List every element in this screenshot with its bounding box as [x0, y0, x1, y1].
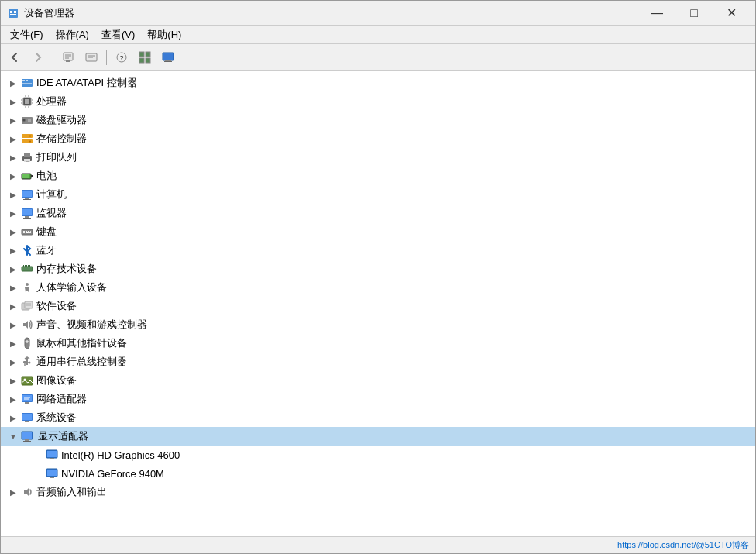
tree-item-software[interactable]: ▶ 软件设备	[1, 297, 755, 315]
svg-point-73	[26, 283, 29, 286]
mouse-label: 鼠标和其他指针设备	[36, 336, 127, 350]
content-area: ▶ IDE ATA/ATAPI 控制器 ▶	[1, 71, 755, 536]
cpu-label: 处理器	[36, 95, 67, 108]
svg-rect-49	[31, 175, 33, 177]
svg-rect-100	[47, 451, 57, 457]
back-button[interactable]	[4, 47, 26, 67]
minimize-button[interactable]: —	[639, 1, 675, 26]
expand-icon-system[interactable]: ▶	[7, 411, 19, 424]
nvidia-label: NVIDIA GeForce 940M	[61, 468, 164, 480]
update-driver-button[interactable]	[81, 47, 102, 67]
device-manager-window: 设备管理器 — □ ✕ 文件(F) 操作(A) 查看(V) 帮助(H)	[0, 0, 756, 554]
tree-item-ide[interactable]: ▶ IDE ATA/ATAPI 控制器	[1, 74, 755, 92]
svg-rect-88	[22, 395, 32, 401]
svg-rect-15	[146, 52, 150, 57]
expand-icon-cpu[interactable]: ▶	[7, 95, 19, 108]
tree-item-monitor[interactable]: ▶ 监视器	[1, 204, 755, 222]
svg-rect-17	[146, 58, 150, 63]
svg-rect-69	[25, 265, 26, 267]
disk-label: 磁盘驱动器	[36, 113, 87, 127]
tree-item-network[interactable]: ▶ 网络适配器	[1, 390, 755, 408]
close-button[interactable]: ✕	[713, 1, 749, 26]
svg-rect-68	[23, 265, 24, 267]
system-label: 系统设备	[36, 411, 77, 425]
battery-label: 电池	[36, 169, 57, 183]
memory-label: 内存技术设备	[36, 262, 97, 276]
tree-item-system[interactable]: ▶ 系统设备	[1, 408, 755, 427]
tree-item-audio[interactable]: ▶ 音频输入和输出	[1, 483, 755, 501]
svg-rect-14	[139, 52, 144, 57]
tree-item-computer[interactable]: ▶ 计算机	[1, 185, 755, 204]
expand-icon-keyboard[interactable]: ▶	[7, 225, 19, 238]
expand-icon-network[interactable]: ▶	[7, 393, 19, 405]
svg-rect-2	[14, 11, 16, 13]
battery-icon	[21, 170, 33, 182]
expand-icon-ide[interactable]: ▶	[7, 77, 19, 89]
storage-label: 存储控制器	[36, 132, 87, 146]
tree-item-nvidia[interactable]: ▶ NVIDIA GeForce 940M	[1, 464, 755, 483]
tree-item-image[interactable]: ▶ 图像设备	[1, 371, 755, 390]
tree-item-printer[interactable]: ▶ 打印队列	[1, 148, 755, 167]
expand-icon-storage[interactable]: ▶	[7, 132, 19, 145]
usb-label: 通用串行总线控制器	[36, 355, 127, 369]
expand-icon-battery[interactable]: ▶	[7, 170, 19, 182]
tree-item-disk[interactable]: ▶ 磁盘驱动器	[1, 111, 755, 129]
expand-icon-disk[interactable]: ▶	[7, 114, 19, 126]
expand-icon-bluetooth[interactable]: ▶	[7, 244, 19, 256]
expand-icon-mouse[interactable]: ▶	[7, 337, 19, 349]
maximize-button[interactable]: □	[676, 1, 712, 26]
tree-item-sound[interactable]: ▶ 声音、视频和游戏控制器	[1, 315, 755, 334]
status-text: https://blog.csdn.net/@51CTO博客	[617, 539, 749, 551]
expand-icon-usb[interactable]: ▶	[7, 356, 19, 368]
tree-item-bluetooth[interactable]: ▶ 蓝牙	[1, 241, 755, 260]
svg-rect-94	[25, 421, 29, 422]
bluetooth-icon	[21, 244, 33, 256]
tree-item-intel-graphics[interactable]: ▶ Intel(R) HD Graphics 4600	[1, 446, 755, 464]
menu-help[interactable]: 帮助(H)	[141, 26, 187, 43]
tree-item-storage[interactable]: ▶ 存储控制器	[1, 129, 755, 148]
help-button[interactable]: ?	[111, 47, 132, 67]
menu-file[interactable]: 文件(F)	[4, 26, 50, 43]
display-label: 显示适配器	[36, 429, 90, 443]
expand-icon-human[interactable]: ▶	[7, 281, 19, 294]
forward-button[interactable]	[27, 47, 49, 67]
tree-item-keyboard[interactable]: ▶ 键盘	[1, 222, 755, 241]
svg-rect-53	[25, 198, 29, 199]
display-button[interactable]	[157, 47, 179, 67]
svg-rect-64	[23, 232, 25, 233]
expand-icon-monitor[interactable]: ▶	[7, 207, 19, 219]
svg-rect-70	[26, 265, 27, 267]
display-icon	[21, 430, 33, 442]
tree-view[interactable]: ▶ IDE ATA/ATAPI 控制器 ▶	[1, 71, 755, 536]
svg-rect-62	[28, 231, 29, 232]
tree-item-memory[interactable]: ▶ 内存技术设备	[1, 260, 755, 278]
svg-rect-98	[23, 441, 31, 442]
tree-item-mouse[interactable]: ▶ 鼠标和其他指针设备	[1, 334, 755, 353]
expand-icon-display[interactable]: ▼	[7, 430, 19, 442]
menu-action[interactable]: 操作(A)	[50, 26, 95, 43]
svg-rect-60	[23, 231, 25, 232]
intel-label: Intel(R) HD Graphics 4600	[61, 449, 180, 461]
tree-item-cpu[interactable]: ▶ 处理器	[1, 92, 755, 111]
svg-rect-42	[29, 141, 31, 143]
expand-icon-audio[interactable]: ▶	[7, 486, 19, 498]
menu-view[interactable]: 查看(V)	[95, 26, 141, 43]
software-label: 软件设备	[36, 299, 77, 313]
expand-icon-sound[interactable]: ▶	[7, 318, 19, 331]
tree-item-usb[interactable]: ▶ 通用串行总线控制器	[1, 353, 755, 371]
expand-icon-software[interactable]: ▶	[7, 300, 19, 312]
tree-item-battery[interactable]: ▶ 电池	[1, 167, 755, 185]
system-icon	[21, 411, 33, 424]
expand-icon-image[interactable]: ▶	[7, 374, 19, 387]
tree-item-display[interactable]: ▼ 显示适配器	[1, 427, 755, 446]
expand-icon-printer[interactable]: ▶	[7, 151, 19, 163]
svg-rect-66	[29, 232, 31, 233]
svg-text:?: ?	[119, 54, 124, 62]
unknown-button[interactable]	[134, 47, 156, 67]
network-label: 网络适配器	[36, 392, 87, 406]
expand-icon-computer[interactable]: ▶	[7, 188, 19, 201]
svg-rect-0	[9, 9, 18, 18]
properties-button[interactable]	[57, 47, 79, 67]
tree-item-human[interactable]: ▶ 人体学输入设备	[1, 278, 755, 297]
expand-icon-memory[interactable]: ▶	[7, 263, 19, 275]
